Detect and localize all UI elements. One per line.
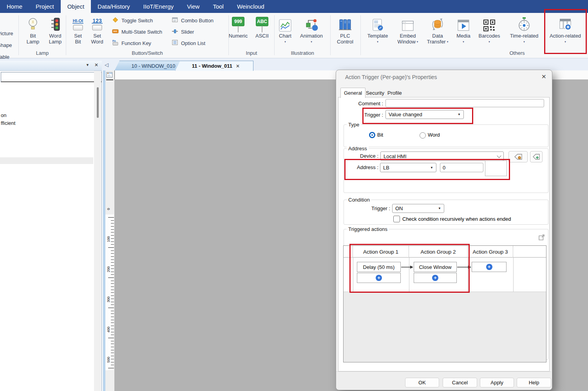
list-item[interactable]: fficient xyxy=(1,120,15,126)
multi-state-switch-icon xyxy=(112,28,119,36)
combo-value: ON xyxy=(395,205,438,211)
panel-collapse-icon[interactable]: ▼ xyxy=(86,63,89,67)
ribbon-toggle-switch[interactable]: Toggle Switch xyxy=(112,16,153,24)
ribbon-option-list[interactable]: Option List xyxy=(172,39,205,47)
recursive-checkbox[interactable] xyxy=(393,216,400,222)
ruler-label: 500 xyxy=(107,355,110,365)
chevron-down-icon: ▾ xyxy=(299,40,324,43)
dialog-close-icon[interactable]: ✕ xyxy=(541,73,546,80)
column-action-group-1[interactable]: Action Group 1 xyxy=(353,246,409,258)
ribbon-set-word-button[interactable]: 123 Set Word xyxy=(85,15,109,45)
ribbon-bit-lamp-button[interactable]: Bit Lamp xyxy=(21,15,45,45)
dialog-tab-profile[interactable]: Profile xyxy=(384,89,405,97)
address-type-combo[interactable]: LB ▼ xyxy=(380,163,436,172)
radio-word-label: Word xyxy=(428,132,440,138)
add-action-group1-button[interactable]: + xyxy=(357,273,401,283)
svg-text:123: 123 xyxy=(92,18,102,24)
condition-legend: Condition xyxy=(347,197,371,203)
ok-button[interactable]: OK xyxy=(405,378,439,387)
flow-arrow xyxy=(401,265,414,269)
ribbon-function-key[interactable]: Fn Function Key xyxy=(112,39,151,47)
vertical-ruler: 0 100 200 300 400 500 xyxy=(105,70,115,391)
action-delay[interactable]: Delay (50 ms) xyxy=(357,262,401,272)
menu-view[interactable]: View xyxy=(180,0,206,13)
menu-iiot-energy[interactable]: IIoT/Energy xyxy=(137,0,181,13)
list-selected-row[interactable] xyxy=(0,157,93,164)
ribbon-shape[interactable]: Shape xyxy=(0,40,18,51)
ribbon-action-related-button[interactable]: Action-related ▾ xyxy=(547,15,583,43)
list-item[interactable]: on xyxy=(1,112,6,118)
menu-data-history[interactable]: Data/History xyxy=(91,0,137,13)
ribbon-plc-control-button[interactable]: PLC Control xyxy=(333,15,358,45)
ribbon-barcodes-button[interactable]: Barcodes ▾ xyxy=(477,15,502,43)
ribbon-slider[interactable]: Slider xyxy=(172,28,194,36)
panel-search-input[interactable] xyxy=(1,72,102,82)
ribbon-numeric-button[interactable]: 999 Numeric xyxy=(226,15,250,39)
label: Set xyxy=(93,33,101,39)
scrollbar-thumb[interactable] xyxy=(97,87,99,118)
tab-scroll-left-icon[interactable]: ◁ xyxy=(105,62,109,68)
tag-icon xyxy=(514,153,523,160)
ribbon-template-button[interactable]: Template ▾ xyxy=(364,15,391,43)
add-address-tag-button[interactable] xyxy=(530,151,543,162)
trigger-combo[interactable]: Value changed ▼ xyxy=(385,110,464,119)
menu-object[interactable]: Object xyxy=(61,0,91,13)
ruler-label: 100 xyxy=(107,234,110,244)
ruler-label: 400 xyxy=(107,324,110,335)
radio-bit[interactable] xyxy=(369,132,375,139)
comment-input[interactable] xyxy=(385,99,544,107)
canvas-corner-icon[interactable] xyxy=(106,72,113,80)
menu-tool[interactable]: Tool xyxy=(206,0,230,13)
plus-icon: + xyxy=(376,275,382,281)
slider-icon xyxy=(172,28,178,36)
ribbon-combo-button[interactable]: Combo Button xyxy=(172,16,213,24)
address-value-input[interactable] xyxy=(440,163,483,172)
radio-bit-label: Bit xyxy=(377,132,383,138)
ribbon-animation-button[interactable]: Animation ▾ xyxy=(299,15,324,43)
dialog-tab-security[interactable]: Security xyxy=(363,89,387,97)
apply-button[interactable]: Apply xyxy=(480,378,514,387)
chevron-down-icon: ▾ xyxy=(447,40,449,43)
address-tag-library-button[interactable] xyxy=(508,151,528,162)
column-action-group-2[interactable]: Action Group 2 xyxy=(409,246,468,258)
set-word-icon: 123 xyxy=(85,15,109,33)
dialog-tab-general[interactable]: General xyxy=(340,88,365,98)
ribbon-media-button[interactable]: Media ▾ xyxy=(452,15,475,43)
doc-tab-window-011[interactable]: 11 - Window_011 ✕ xyxy=(175,61,253,71)
panel-close-icon[interactable]: ✕ xyxy=(94,62,98,68)
ribbon-table[interactable]: Table xyxy=(0,51,18,63)
ribbon-chart-button[interactable]: Chart ▾ xyxy=(274,15,296,43)
animation-icon xyxy=(299,15,324,33)
ribbon-time-related-button[interactable]: Time-related ▾ xyxy=(507,15,541,43)
device-combo[interactable]: Local HMI xyxy=(380,151,504,161)
action-close-window[interactable]: Close Window xyxy=(414,262,457,272)
type-legend: Type xyxy=(347,122,361,128)
option-list-icon xyxy=(172,39,178,47)
radio-word[interactable] xyxy=(420,132,426,139)
condition-trigger-combo[interactable]: ON ▼ xyxy=(392,204,444,213)
add-action-group2-button[interactable]: + xyxy=(414,273,457,283)
ruler-origin-mark xyxy=(106,79,113,80)
menu-project[interactable]: Project xyxy=(29,0,61,13)
ribbon-data-transfer-button[interactable]: Data Transfer▾ xyxy=(425,15,450,45)
address-label: Address : xyxy=(347,164,378,170)
help-button[interactable]: Help xyxy=(517,378,551,387)
ribbon-word-lamp-button[interactable]: Word Lamp xyxy=(43,15,67,45)
tab-close-icon[interactable]: ✕ xyxy=(236,63,240,69)
add-action-group3-button[interactable]: + xyxy=(472,262,507,272)
function-key-icon: Fn xyxy=(112,39,119,47)
combo-button-icon xyxy=(172,16,178,24)
menu-weincloud[interactable]: Weincloud xyxy=(230,0,271,13)
menu-home[interactable]: Home xyxy=(0,0,29,13)
ribbon-embed-window-button[interactable]: Embed Window▾ xyxy=(394,15,421,45)
divider xyxy=(513,258,514,292)
label: Animation xyxy=(300,33,323,39)
column-action-group-3[interactable]: Action Group 3 xyxy=(468,246,513,258)
cancel-button[interactable]: Cancel xyxy=(443,378,477,387)
ribbon-picture[interactable]: Picture xyxy=(0,28,18,40)
ribbon-ascii-button[interactable]: ABC ASCII xyxy=(250,15,274,39)
divider xyxy=(360,15,361,55)
open-external-icon[interactable] xyxy=(539,234,545,242)
trigger-label: Trigger : xyxy=(352,112,383,118)
ribbon-multi-state-switch[interactable]: Multi-State Switch xyxy=(112,28,162,36)
